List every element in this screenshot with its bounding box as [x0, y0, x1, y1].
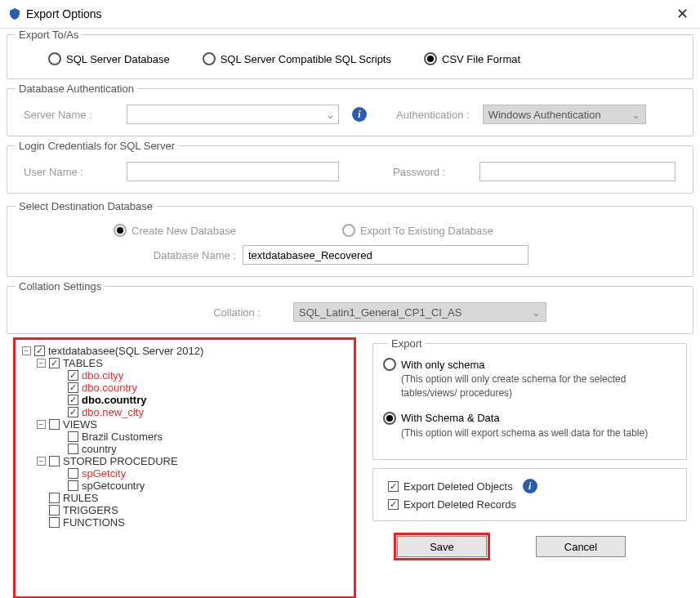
app-icon — [8, 7, 21, 20]
checkbox[interactable] — [68, 480, 78, 491]
password-label: Password : — [393, 166, 466, 178]
chevron-down-icon: ⌄ — [326, 109, 335, 121]
export-to-as-legend: Export To/As — [16, 29, 82, 41]
server-name-label: Server Name : — [24, 109, 114, 121]
collapse-icon[interactable]: − — [37, 420, 46, 429]
radio-icon — [48, 52, 61, 65]
checkbox[interactable] — [388, 499, 399, 510]
tree-triggers[interactable]: TRIGGERS — [37, 504, 350, 516]
dest-db-group: Select Destination Database Create New D… — [7, 200, 693, 277]
info-icon[interactable]: i — [352, 107, 367, 122]
checkbox[interactable] — [388, 481, 399, 492]
checkbox[interactable] — [68, 468, 78, 479]
tree-functions[interactable]: FUNCTIONS — [37, 516, 350, 529]
tree-table-new-city[interactable]: dbo.new_city — [68, 406, 350, 418]
tree-root[interactable]: − textdatabasee(SQL Server 2012) — [22, 345, 350, 357]
checkbox[interactable] — [68, 370, 78, 381]
tree-table-counttry[interactable]: dbo.counttry — [68, 394, 350, 406]
checkbox[interactable] — [49, 493, 60, 503]
dest-db-legend: Select Destination Database — [16, 200, 156, 212]
radio-sql-server-db[interactable]: SQL Server Database — [48, 52, 170, 65]
checkbox[interactable] — [68, 431, 78, 442]
server-name-dropdown[interactable]: ⌄ — [127, 105, 339, 124]
collapse-icon[interactable]: − — [22, 346, 31, 355]
tree-sp-getcountry[interactable]: spGetcountry — [68, 480, 350, 492]
chevron-down-icon: ⌄ — [631, 109, 640, 121]
db-name-label: Database Name : — [146, 249, 236, 261]
login-group: Login Credentials for SQL Server User Na… — [7, 140, 693, 194]
deleted-options-group: Export Deleted Objects i Export Deleted … — [372, 468, 687, 521]
export-to-as-group: Export To/As SQL Server Database SQL Ser… — [7, 29, 693, 79]
radio-sql-scripts[interactable]: SQL Server Compatible SQL Scripts — [203, 52, 391, 65]
checkbox[interactable] — [49, 456, 60, 466]
auth-dropdown[interactable]: Windows Authentication ⌄ — [483, 105, 646, 124]
collation-group: Collation Settings Collation : SQL_Latin… — [7, 280, 693, 334]
schema-data-desc: (This option will export schema as well … — [401, 426, 676, 440]
radio-export-existing-db[interactable]: Export To Existing Database — [342, 224, 493, 237]
radio-schema-data[interactable]: With Schema & Data — [383, 412, 676, 425]
username-input[interactable] — [127, 162, 339, 181]
radio-icon — [383, 412, 396, 425]
checkbox[interactable] — [68, 407, 78, 417]
checkbox[interactable] — [49, 419, 60, 430]
radio-icon — [342, 224, 355, 237]
tree-table-cityy[interactable]: dbo.cityy — [68, 369, 350, 382]
checkbox[interactable] — [34, 346, 45, 356]
tree-table-country[interactable]: dbo.country — [68, 382, 350, 394]
export-options-group: Export With only schema (This option wil… — [372, 337, 687, 460]
password-input[interactable] — [479, 162, 675, 181]
tree-sp[interactable]: − STORED PROCEDURE — [37, 455, 350, 467]
tree-view-brazil[interactable]: Brazil Customers — [68, 431, 350, 443]
cancel-button[interactable]: Cancel — [536, 536, 626, 557]
checkbox-deleted-objects[interactable]: Export Deleted Objects i — [388, 479, 681, 493]
radio-icon — [203, 52, 216, 65]
tree-sp-getcity[interactable]: spGetcity — [68, 467, 350, 480]
radio-schema-only[interactable]: With only schema — [383, 358, 676, 371]
collapse-icon[interactable]: − — [37, 457, 46, 466]
tree-view-country[interactable]: country — [68, 443, 350, 455]
login-legend: Login Credentials for SQL Server — [16, 140, 178, 152]
collation-legend: Collation Settings — [16, 280, 105, 292]
save-button[interactable]: Save — [397, 536, 487, 557]
checkbox[interactable] — [49, 517, 60, 528]
chevron-down-icon: ⌄ — [532, 306, 541, 319]
window-title: Export Options — [26, 7, 673, 20]
collation-label: Collation : — [171, 306, 261, 319]
object-tree[interactable]: − textdatabasee(SQL Server 2012) − TABLE… — [13, 337, 356, 598]
radio-icon — [114, 224, 127, 237]
tree-tables[interactable]: − TABLES — [37, 357, 350, 369]
collation-dropdown[interactable]: SQL_Latin1_General_CP1_CI_AS ⌄ — [293, 302, 546, 322]
checkbox-deleted-records[interactable]: Export Deleted Records — [388, 498, 681, 511]
db-auth-legend: Database Authentication — [16, 83, 137, 95]
tree-rules[interactable]: RULES — [37, 492, 350, 504]
checkbox[interactable] — [49, 505, 60, 515]
auth-label: Authentication : — [396, 109, 470, 121]
checkbox[interactable] — [68, 444, 78, 454]
db-auth-group: Database Authentication Server Name : ⌄ … — [7, 83, 693, 136]
tree-views[interactable]: − VIEWS — [37, 418, 350, 431]
radio-csv[interactable]: CSV File Format — [424, 52, 520, 65]
export-legend: Export — [388, 337, 426, 350]
db-name-input[interactable] — [243, 245, 528, 265]
radio-icon — [424, 52, 437, 65]
radio-icon — [383, 358, 396, 371]
titlebar: Export Options ✕ — [0, 0, 700, 29]
close-button[interactable]: ✕ — [673, 5, 692, 23]
schema-only-desc: (This option will only create schema for… — [401, 373, 676, 400]
checkbox[interactable] — [68, 382, 78, 393]
checkbox[interactable] — [49, 358, 60, 368]
radio-create-new-db[interactable]: Create New Database — [114, 224, 236, 237]
checkbox[interactable] — [68, 395, 78, 405]
username-label: User Name : — [24, 166, 114, 178]
info-icon[interactable]: i — [523, 479, 537, 493]
collapse-icon[interactable]: − — [37, 359, 46, 368]
